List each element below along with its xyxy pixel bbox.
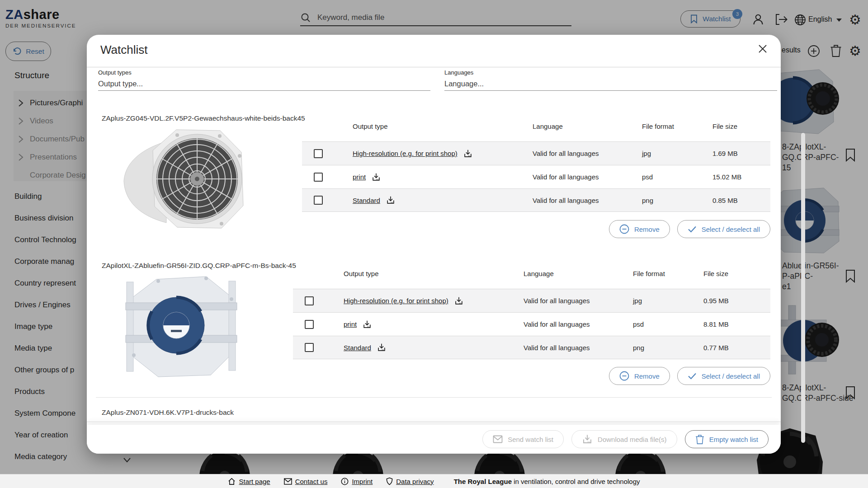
row-checkbox[interactable]: [305, 296, 314, 305]
table-header: Output type Language File format File si…: [302, 121, 770, 141]
footer-link-data-privacy[interactable]: Data privacy: [386, 477, 434, 485]
col-language: Language: [533, 122, 642, 130]
table-row: print Valid for all languages psd 8.81 M…: [293, 312, 770, 336]
col-file-size: File size: [712, 122, 770, 130]
output-type-link[interactable]: High-resolution (e.g. for print shop): [353, 150, 458, 157]
download-icon[interactable]: [386, 195, 396, 205]
product-actions: Remove Select / deselect all: [609, 220, 770, 238]
output-types-select[interactable]: [98, 77, 430, 91]
remove-button[interactable]: Remove: [609, 367, 670, 385]
col-language: Language: [524, 270, 633, 277]
row-language: Valid for all languages: [524, 344, 633, 352]
row-file-size: 15.02 MB: [712, 173, 770, 181]
row-checkbox[interactable]: [305, 343, 314, 352]
download-icon[interactable]: [454, 296, 464, 306]
product-files-table: Output type Language File format File si…: [302, 121, 770, 212]
row-file-format: jpg: [642, 150, 712, 157]
download-icon[interactable]: [371, 172, 381, 182]
minus-circle-icon: [619, 224, 629, 234]
col-file-format: File format: [633, 270, 703, 277]
output-type-link[interactable]: print: [353, 173, 366, 181]
row-checkbox[interactable]: [305, 320, 314, 329]
footer-tagline-bold: The Royal League: [454, 478, 512, 485]
section-divider: [87, 422, 781, 422]
download-icon[interactable]: [362, 319, 372, 329]
row-checkbox[interactable]: [314, 173, 323, 182]
product-name: ZApilotXL-ZAbluefin-GR56I-ZID.GQ.CRP-aPF…: [102, 262, 296, 270]
row-file-size: 0.85 MB: [712, 197, 770, 204]
row-file-size: 0.77 MB: [703, 344, 770, 352]
product-actions: Remove Select / deselect all: [609, 367, 770, 385]
download-icon[interactable]: [377, 343, 387, 352]
home-icon: [228, 478, 236, 485]
product-name: ZAplus-ZN071-VDH.6K.V7P1-drucks-back: [102, 408, 234, 417]
modal-close-button[interactable]: [755, 41, 770, 56]
table-row: print Valid for all languages psd 15.02 …: [302, 165, 770, 188]
info-icon: [341, 478, 349, 485]
col-file-format: File format: [642, 122, 712, 130]
footer-link-start-page[interactable]: Start page: [228, 478, 270, 485]
row-file-format: psd: [642, 173, 712, 181]
footer-link-contact-us[interactable]: Contact us: [284, 478, 328, 485]
select-deselect-all-button[interactable]: Select / deselect all: [677, 220, 770, 238]
row-file-size: 8.81 MB: [703, 320, 770, 328]
output-types-label: Output types: [98, 69, 132, 76]
check-icon: [688, 372, 697, 380]
output-type-link[interactable]: print: [344, 320, 357, 328]
product-files-table: Output type Language File format File si…: [293, 268, 770, 359]
select-deselect-all-button[interactable]: Select / deselect all: [677, 367, 770, 385]
modal-title: Watchlist: [100, 43, 148, 57]
row-file-format: jpg: [633, 297, 703, 305]
table-row: Standard Valid for all languages png 0.7…: [293, 336, 770, 359]
languages-select[interactable]: [444, 77, 777, 91]
table-row: High-resolution (e.g. for print shop) Va…: [302, 141, 770, 165]
shield-icon: [386, 477, 393, 485]
col-file-size: File size: [703, 270, 770, 277]
section-divider: [96, 397, 772, 398]
col-output-type: Output type: [353, 122, 533, 130]
application-window: ZAshare DER MEDIENSERVICE Watchlist 3 En…: [0, 0, 868, 488]
remove-button[interactable]: Remove: [609, 220, 670, 238]
row-checkbox[interactable]: [314, 149, 323, 158]
page-footer: Start page Contact us Imprint Data priva…: [0, 474, 868, 488]
envelope-icon: [493, 435, 503, 443]
product-image-axial-fan: [108, 124, 253, 235]
output-type-link[interactable]: High-resolution (e.g. for print shop): [344, 297, 448, 305]
row-language: Valid for all languages: [533, 197, 642, 204]
footer-tagline-rest: in ventilation, control and drive techno…: [512, 478, 640, 485]
footer-link-imprint[interactable]: Imprint: [341, 478, 373, 485]
download-media-files-button[interactable]: Download media file(s): [571, 430, 677, 448]
download-icon[interactable]: [463, 149, 473, 159]
check-icon: [688, 225, 697, 233]
close-icon: [758, 44, 768, 54]
minus-circle-icon: [619, 371, 629, 381]
row-file-format: png: [633, 344, 703, 352]
output-type-link[interactable]: Standard: [344, 344, 371, 352]
modal-footer: Send watch list Download media file(s) E…: [87, 425, 781, 454]
download-icon: [582, 434, 593, 445]
row-language: Valid for all languages: [533, 150, 642, 157]
table-row: High-resolution (e.g. for print shop) Va…: [293, 289, 770, 312]
col-output-type: Output type: [344, 270, 524, 277]
footer-tagline: The Royal League in ventilation, control…: [454, 478, 640, 485]
product-image-centrifugal-fan: [113, 272, 249, 380]
row-file-size: 1.69 MB: [712, 150, 770, 157]
row-checkbox[interactable]: [314, 196, 323, 205]
row-language: Valid for all languages: [533, 173, 642, 181]
table-row: Standard Valid for all languages png 0.8…: [302, 188, 770, 212]
row-file-format: png: [642, 197, 712, 204]
languages-label: Languages: [444, 69, 473, 76]
table-header: Output type Language File format File si…: [293, 268, 770, 289]
row-file-size: 0.95 MB: [703, 297, 770, 305]
send-watchlist-button[interactable]: Send watch list: [482, 430, 564, 448]
envelope-icon: [284, 478, 292, 485]
modal-header-divider: [87, 67, 781, 67]
row-language: Valid for all languages: [524, 320, 633, 328]
empty-watchlist-button[interactable]: Empty watch list: [685, 430, 769, 448]
row-file-format: psd: [633, 320, 703, 328]
watchlist-modal: Watchlist Output types Languages ZAplus-…: [87, 35, 781, 454]
output-type-link[interactable]: Standard: [353, 197, 380, 204]
row-language: Valid for all languages: [524, 297, 633, 305]
trash-icon: [695, 434, 704, 445]
page-scrollbar[interactable]: [801, 133, 805, 443]
